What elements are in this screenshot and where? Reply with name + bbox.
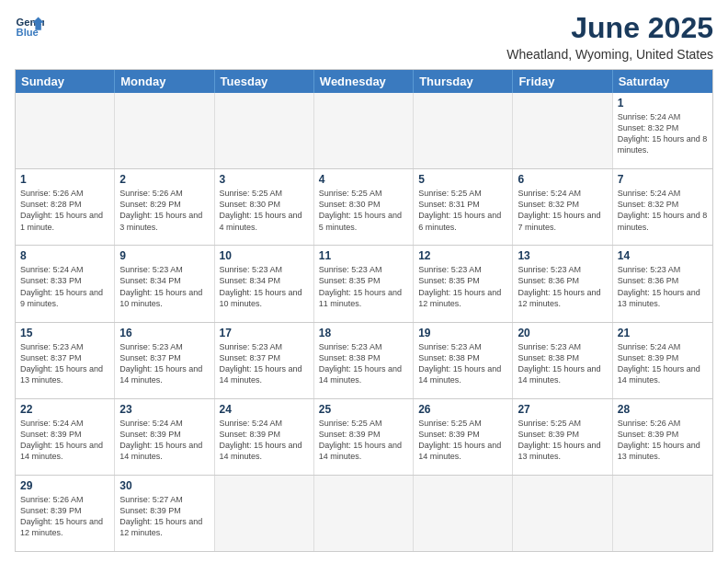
cal-cell [314, 476, 414, 551]
day-number: 6 [518, 173, 607, 186]
cal-cell: 9Sunrise: 5:23 AMSunset: 8:34 PMDaylight… [115, 246, 214, 321]
svg-text:Blue: Blue [17, 27, 39, 38]
cal-cell [215, 476, 314, 551]
cal-cell: 7Sunrise: 5:24 AMSunset: 8:32 PMDaylight… [613, 169, 712, 245]
day-number: 7 [618, 173, 708, 186]
day-number: 2 [119, 173, 209, 186]
cal-cell: 5Sunrise: 5:25 AMSunset: 8:31 PMDaylight… [414, 169, 513, 245]
cell-text: Sunrise: 5:24 AMSunset: 8:33 PMDaylight:… [20, 265, 103, 307]
cal-cell: 18Sunrise: 5:23 AMSunset: 8:38 PMDayligh… [314, 323, 414, 398]
header-wednesday: Wednesday [314, 70, 414, 93]
cal-cell: 4Sunrise: 5:25 AMSunset: 8:30 PMDaylight… [314, 169, 414, 245]
cal-cell [414, 476, 513, 551]
cell-text: Sunrise: 5:25 AMSunset: 8:30 PMDaylight:… [319, 189, 402, 231]
day-number: 5 [418, 173, 507, 186]
cal-cell: 16Sunrise: 5:23 AMSunset: 8:37 PMDayligh… [115, 323, 214, 398]
cell-text: Sunrise: 5:23 AMSunset: 8:38 PMDaylight:… [518, 342, 600, 385]
cell-text: Sunrise: 5:23 AMSunset: 8:35 PMDaylight:… [418, 265, 501, 307]
cal-cell: 12Sunrise: 5:23 AMSunset: 8:35 PMDayligh… [414, 246, 513, 321]
cal-cell [513, 476, 612, 551]
cal-cell: 23Sunrise: 5:24 AMSunset: 8:39 PMDayligh… [115, 399, 214, 475]
day-number: 1 [20, 173, 109, 186]
cal-cell: 25Sunrise: 5:25 AMSunset: 8:39 PMDayligh… [314, 399, 414, 475]
cal-cell: 28Sunrise: 5:26 AMSunset: 8:39 PMDayligh… [613, 399, 712, 475]
cal-cell [414, 93, 513, 168]
cell-text: Sunrise: 5:23 AMSunset: 8:36 PMDaylight:… [518, 265, 600, 307]
week-row-1: 1Sunrise: 5:26 AMSunset: 8:28 PMDaylight… [16, 168, 712, 245]
cal-cell: 10Sunrise: 5:23 AMSunset: 8:34 PMDayligh… [215, 246, 314, 321]
cell-text: Sunrise: 5:23 AMSunset: 8:34 PMDaylight:… [220, 265, 302, 307]
day-number: 22 [20, 403, 109, 416]
day-number: 1 [618, 97, 708, 109]
cell-text: Sunrise: 5:25 AMSunset: 8:30 PMDaylight:… [220, 189, 302, 231]
day-number: 28 [618, 403, 708, 416]
logo: General Blue [15, 11, 44, 40]
cell-text: Sunrise: 5:24 AMSunset: 8:39 PMDaylight:… [20, 419, 103, 461]
main-title: June 2025 [506, 11, 713, 45]
day-number: 14 [618, 249, 708, 262]
cal-cell: 24Sunrise: 5:24 AMSunset: 8:39 PMDayligh… [215, 399, 314, 475]
cal-cell: 11Sunrise: 5:23 AMSunset: 8:35 PMDayligh… [314, 246, 414, 321]
cal-cell: 21Sunrise: 5:24 AMSunset: 8:39 PMDayligh… [613, 323, 712, 398]
day-number: 25 [319, 403, 408, 416]
cell-text: Sunrise: 5:23 AMSunset: 8:35 PMDaylight:… [319, 265, 402, 307]
cell-text: Sunrise: 5:25 AMSunset: 8:39 PMDaylight:… [518, 419, 600, 461]
cell-text: Sunrise: 5:26 AMSunset: 8:39 PMDaylight:… [618, 419, 700, 461]
cal-cell: 1Sunrise: 5:24 AMSunset: 8:32 PMDaylight… [613, 93, 712, 168]
cell-text: Sunrise: 5:27 AMSunset: 8:39 PMDaylight:… [119, 495, 202, 537]
logo-icon: General Blue [15, 11, 44, 40]
header-sunday: Sunday [16, 70, 115, 93]
day-number: 15 [20, 327, 109, 339]
day-number: 23 [119, 403, 209, 416]
cal-cell: 27Sunrise: 5:25 AMSunset: 8:39 PMDayligh… [513, 399, 612, 475]
cell-text: Sunrise: 5:25 AMSunset: 8:39 PMDaylight:… [418, 419, 501, 461]
cell-text: Sunrise: 5:23 AMSunset: 8:36 PMDaylight:… [618, 265, 700, 307]
cell-text: Sunrise: 5:26 AMSunset: 8:28 PMDaylight:… [20, 189, 103, 231]
day-number: 4 [319, 173, 408, 186]
header: General Blue June 2025 Wheatland, Wyomin… [15, 11, 713, 62]
day-number: 30 [119, 479, 209, 492]
cal-cell: 1Sunrise: 5:26 AMSunset: 8:28 PMDaylight… [16, 169, 115, 245]
day-number: 27 [518, 403, 607, 416]
cell-text: Sunrise: 5:26 AMSunset: 8:29 PMDaylight:… [119, 189, 202, 231]
day-number: 17 [220, 327, 309, 339]
cal-cell: 17Sunrise: 5:23 AMSunset: 8:37 PMDayligh… [215, 323, 314, 398]
cell-text: Sunrise: 5:23 AMSunset: 8:37 PMDaylight:… [119, 342, 202, 385]
cell-text: Sunrise: 5:24 AMSunset: 8:39 PMDaylight:… [618, 342, 700, 385]
cell-text: Sunrise: 5:23 AMSunset: 8:34 PMDaylight:… [119, 265, 202, 307]
calendar: Sunday Monday Tuesday Wednesday Thursday… [15, 69, 713, 552]
cell-text: Sunrise: 5:24 AMSunset: 8:39 PMDaylight:… [119, 419, 202, 461]
day-number: 24 [220, 403, 309, 416]
day-number: 11 [319, 249, 408, 262]
header-friday: Friday [513, 70, 612, 93]
cal-cell: 14Sunrise: 5:23 AMSunset: 8:36 PMDayligh… [613, 246, 712, 321]
day-number: 13 [518, 249, 607, 262]
subtitle: Wheatland, Wyoming, United States [506, 47, 713, 62]
cal-cell: 19Sunrise: 5:23 AMSunset: 8:38 PMDayligh… [414, 323, 513, 398]
cal-cell: 29Sunrise: 5:26 AMSunset: 8:39 PMDayligh… [16, 476, 115, 551]
day-number: 26 [418, 403, 507, 416]
week-row-4: 22Sunrise: 5:24 AMSunset: 8:39 PMDayligh… [16, 398, 712, 475]
week-row-5: 29Sunrise: 5:26 AMSunset: 8:39 PMDayligh… [16, 475, 712, 551]
day-number: 19 [418, 327, 507, 339]
header-monday: Monday [115, 70, 214, 93]
cell-text: Sunrise: 5:26 AMSunset: 8:39 PMDaylight:… [20, 495, 103, 537]
cal-cell: 15Sunrise: 5:23 AMSunset: 8:37 PMDayligh… [16, 323, 115, 398]
cell-text: Sunrise: 5:24 AMSunset: 8:32 PMDaylight:… [618, 112, 708, 155]
week-row-0: 1Sunrise: 5:24 AMSunset: 8:32 PMDaylight… [16, 93, 712, 168]
title-block: June 2025 Wheatland, Wyoming, United Sta… [506, 11, 713, 62]
cell-text: Sunrise: 5:23 AMSunset: 8:37 PMDaylight:… [220, 342, 302, 385]
day-number: 8 [20, 249, 109, 262]
day-number: 18 [319, 327, 408, 339]
cell-text: Sunrise: 5:24 AMSunset: 8:39 PMDaylight:… [220, 419, 302, 461]
cal-cell [215, 93, 314, 168]
page: General Blue June 2025 Wheatland, Wyomin… [0, 0, 728, 563]
cal-cell [613, 476, 712, 551]
cell-text: Sunrise: 5:23 AMSunset: 8:38 PMDaylight:… [319, 342, 402, 385]
cal-cell: 22Sunrise: 5:24 AMSunset: 8:39 PMDayligh… [16, 399, 115, 475]
calendar-body: 1Sunrise: 5:24 AMSunset: 8:32 PMDaylight… [16, 93, 712, 551]
cal-cell: 8Sunrise: 5:24 AMSunset: 8:33 PMDaylight… [16, 246, 115, 321]
header-tuesday: Tuesday [215, 70, 314, 93]
day-number: 10 [220, 249, 309, 262]
week-row-2: 8Sunrise: 5:24 AMSunset: 8:33 PMDaylight… [16, 245, 712, 321]
